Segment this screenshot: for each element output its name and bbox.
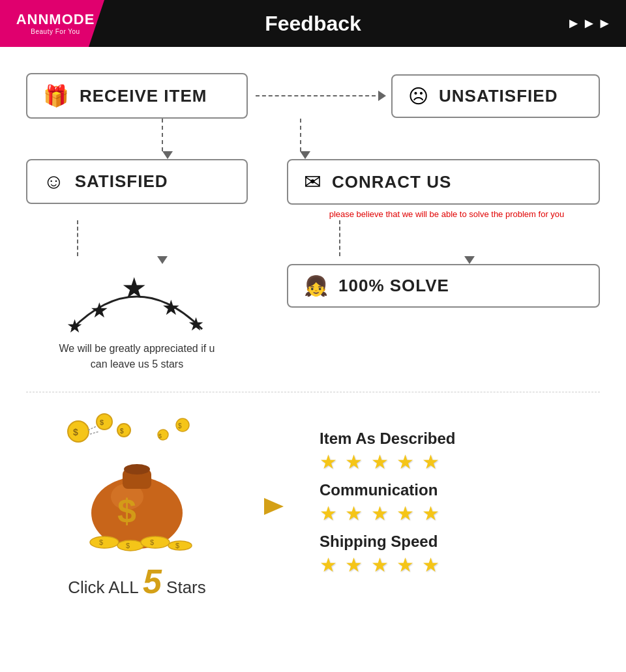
- dashed-h-line-1: [256, 95, 376, 96]
- flow-third-arrows: [26, 220, 600, 264]
- star-1-4: ★: [396, 451, 415, 473]
- right-v-arrow-2: [248, 220, 600, 264]
- svg-point-7: [97, 414, 112, 430]
- contact-col: ✉ CONRACT US please believe that we will…: [287, 159, 600, 220]
- ratings-area: Item As Described ★ ★ ★ ★ ★ Communicatio…: [306, 430, 600, 584]
- arrow-down-1: [162, 151, 173, 159]
- arrow-down-2: [300, 151, 310, 159]
- solve-label: 100% SOLVE: [338, 276, 449, 296]
- svg-line-11: [88, 426, 97, 430]
- receive-item-box: 🎁 RECEIVE ITEM: [26, 73, 248, 119]
- svg-marker-30: [264, 498, 284, 515]
- mail-icon: ✉: [304, 169, 321, 194]
- svg-text:$: $: [73, 427, 78, 437]
- stars-arc-svg: ★ ★ ★ ★ ★: [59, 264, 215, 336]
- flow-bottom-row: ★ ★ ★ ★ ★ We will be greatly appreciated…: [26, 264, 600, 372]
- svg-text:$: $: [117, 492, 136, 530]
- receive-item-label: RECEIVE ITEM: [80, 86, 207, 106]
- star-2-3: ★: [371, 503, 390, 524]
- svg-text:$: $: [150, 538, 154, 546]
- svg-text:$: $: [99, 538, 103, 546]
- rating-label-1: Item As Described: [320, 430, 600, 448]
- star-1-1: ★: [320, 451, 338, 473]
- rating-stars-2: ★ ★ ★ ★ ★: [320, 502, 600, 525]
- star-2-1: ★: [320, 503, 338, 524]
- stars-message: We will be greatly appreciated if u can …: [52, 341, 222, 372]
- svg-text:$: $: [158, 433, 162, 439]
- main-content: 🎁 RECEIVE ITEM ☹ UNSATISFIED: [0, 47, 626, 627]
- gift-icon: 🎁: [43, 83, 69, 108]
- header: ANNMODE Beauty For You Feedback ►►►: [0, 0, 626, 47]
- star-3-3: ★: [371, 554, 390, 576]
- unsatisfied-label: UNSATISFIED: [439, 86, 558, 106]
- arrow-right-1: [378, 91, 386, 101]
- star-2-2: ★: [345, 503, 364, 524]
- click-after: Stars: [166, 577, 206, 597]
- logo-brand: ANNMODE: [16, 12, 95, 27]
- spacer-middle: [248, 119, 600, 159]
- flow-second-row: ☺ SATISFIED ✉ CONRACT US please believe …: [26, 159, 600, 220]
- svg-text:★: ★: [90, 299, 109, 322]
- svg-text:★: ★: [162, 296, 181, 319]
- coin-bag-illustration: $ $ $ $ $: [52, 412, 222, 555]
- svg-text:★: ★: [121, 272, 147, 304]
- contact-label: CONRACT US: [332, 172, 451, 192]
- rating-item-3: Shipping Speed ★ ★ ★ ★ ★: [320, 533, 600, 576]
- left-v-arrow-2: [26, 220, 248, 264]
- svg-text:$: $: [175, 542, 179, 549]
- contact-sub-text: please believe that we will be able to s…: [287, 209, 600, 220]
- svg-point-22: [141, 536, 170, 548]
- svg-text:★: ★: [67, 316, 83, 336]
- v-line-1: [162, 119, 163, 151]
- happy-icon: ☺: [43, 169, 65, 194]
- logo-container: ANNMODE Beauty For You: [0, 0, 104, 47]
- solve-col: 👧 100% SOLVE: [287, 264, 600, 308]
- coin-bag-area: $ $ $ $ $: [26, 412, 248, 601]
- flow-middle: [26, 119, 600, 159]
- star-2-4: ★: [396, 503, 415, 524]
- star-1-3: ★: [371, 451, 390, 473]
- arrow-down-4: [464, 256, 475, 264]
- star-3-2: ★: [345, 554, 364, 576]
- nav-arrows[interactable]: ►►►: [567, 15, 613, 32]
- person-icon: 👧: [304, 274, 328, 297]
- v-line-4: [339, 220, 340, 256]
- click-all-text: Click ALL 5 Stars: [68, 562, 206, 601]
- svg-point-24: [168, 541, 192, 550]
- svg-point-20: [117, 540, 143, 551]
- unsatisfied-box: ☹ UNSATISFIED: [391, 74, 600, 118]
- satisfied-label: SATISFIED: [75, 171, 168, 192]
- svg-point-5: [68, 421, 89, 442]
- h-arrow-1: [248, 91, 391, 101]
- svg-text:$: $: [126, 542, 130, 549]
- v-line-2: [300, 119, 301, 151]
- rating-stars-3: ★ ★ ★ ★ ★: [320, 553, 600, 576]
- satisfied-box: ☺ SATISFIED: [26, 159, 248, 204]
- solve-box: 👧 100% SOLVE: [287, 264, 600, 308]
- big-number: 5: [143, 562, 162, 600]
- rating-stars-1: ★ ★ ★ ★ ★: [320, 450, 600, 473]
- gold-arrow-right: [261, 490, 293, 523]
- rating-item-2: Communication ★ ★ ★ ★ ★: [320, 481, 600, 525]
- rating-label-2: Communication: [320, 481, 600, 499]
- page-title: Feedback: [265, 12, 361, 36]
- star-1-2: ★: [345, 451, 364, 473]
- v-line-3: [77, 220, 78, 256]
- contact-box: ✉ CONRACT US: [287, 159, 600, 205]
- logo-sub: Beauty For You: [31, 28, 80, 35]
- svg-point-9: [117, 424, 130, 437]
- left-flow-col: [26, 119, 248, 159]
- svg-text:$: $: [120, 428, 124, 435]
- svg-point-16: [124, 464, 150, 475]
- star-3-5: ★: [422, 554, 441, 576]
- svg-text:$: $: [100, 418, 104, 426]
- stars-section: ★ ★ ★ ★ ★ We will be greatly appreciated…: [26, 264, 248, 372]
- svg-line-12: [90, 431, 99, 434]
- flow-top-row: 🎁 RECEIVE ITEM ☹ UNSATISFIED: [26, 73, 600, 119]
- star-1-5: ★: [422, 451, 441, 473]
- star-3-4: ★: [396, 554, 415, 576]
- sad-icon: ☹: [408, 85, 428, 108]
- rating-item-1: Item As Described ★ ★ ★ ★ ★: [320, 430, 600, 473]
- svg-text:★: ★: [188, 314, 204, 334]
- arrow-down-3: [157, 256, 168, 264]
